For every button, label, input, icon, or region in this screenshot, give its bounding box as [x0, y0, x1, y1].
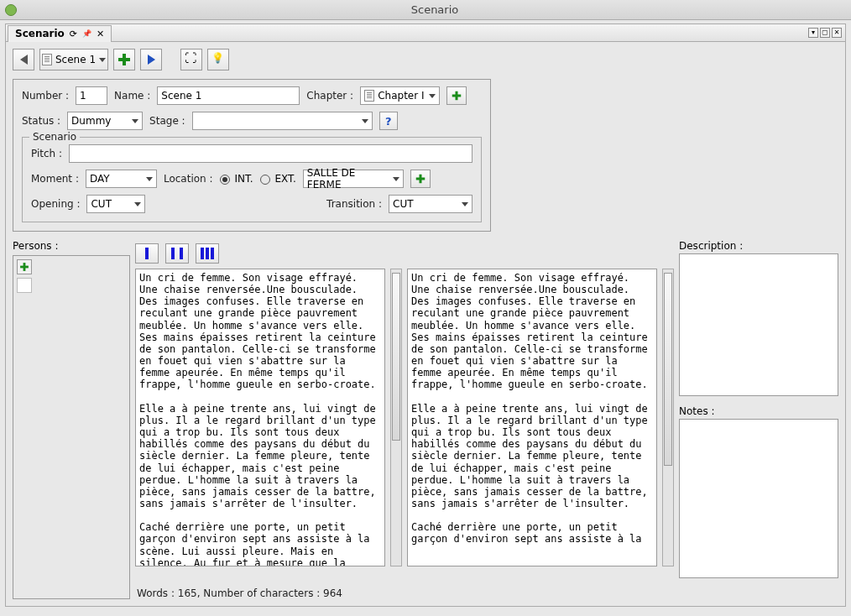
chevron-down-icon: [146, 177, 153, 181]
scene-selector[interactable]: Scene 1: [39, 49, 108, 70]
radio-checked-icon: [220, 175, 230, 185]
document-icon: [364, 90, 374, 102]
play-icon: [148, 55, 155, 65]
transition-label: Transition :: [326, 198, 382, 210]
tab-maximize-icon[interactable]: ▢: [820, 28, 830, 38]
scroll-thumb[interactable]: [664, 273, 672, 466]
pin-icon[interactable]: 📌: [82, 29, 91, 38]
layout-two-column-button[interactable]: [165, 243, 189, 264]
chevron-down-icon: [99, 58, 106, 62]
chevron-down-icon: [134, 202, 141, 206]
number-label: Number :: [22, 90, 69, 102]
pitch-label: Pitch :: [31, 148, 62, 159]
pitch-input[interactable]: [69, 144, 472, 163]
scrollbar-right[interactable]: [662, 269, 674, 566]
window-close-button[interactable]: [5, 4, 17, 16]
window-titlebar: Scenario: [0, 0, 851, 20]
column-icon: [145, 248, 149, 259]
ext-label: EXT.: [274, 173, 295, 185]
status-label: Status :: [22, 115, 60, 127]
chapter-select[interactable]: Chapter I: [360, 86, 440, 105]
persons-panel: Persons :: [13, 240, 130, 599]
scene-form: Number : Name : Chapter : Chapter I Stat…: [13, 79, 491, 232]
opening-select[interactable]: CUT: [86, 195, 145, 213]
editor-column: Un cri de femme. Son visage effrayé. Une…: [135, 240, 674, 599]
person-slot-empty[interactable]: [17, 278, 32, 293]
chapter-value: Chapter I: [378, 90, 424, 102]
notes-textarea[interactable]: [679, 419, 838, 578]
tab-title: Scenario: [15, 28, 65, 39]
chevron-down-icon: [362, 119, 368, 123]
editor-status: Words : 165, Number of characters : 964: [135, 584, 674, 599]
fullscreen-icon: [185, 54, 197, 65]
tab-close-icon[interactable]: ✕: [97, 29, 104, 39]
add-location-button[interactable]: [410, 170, 431, 188]
scroll-thumb[interactable]: [392, 273, 400, 441]
scrollbar-left[interactable]: [390, 269, 402, 566]
editor-right-pane[interactable]: Un cri de femme. Son visage effrayé. Une…: [407, 269, 657, 566]
editor-left-pane[interactable]: Un cri de femme. Son visage effrayé. Une…: [135, 269, 385, 566]
int-label: INT.: [234, 173, 253, 185]
description-label: Description :: [679, 240, 838, 252]
tab-minimize-icon[interactable]: ▾: [808, 28, 818, 38]
stage-select[interactable]: [192, 112, 373, 130]
location-label: Location :: [164, 173, 213, 185]
location-select[interactable]: SALLE DE FERME: [303, 170, 404, 188]
add-scene-button[interactable]: [113, 49, 135, 70]
chevron-down-icon: [429, 94, 436, 98]
fullscreen-button[interactable]: [180, 49, 202, 70]
tab-scenario[interactable]: Scenario ⟳ 📌 ✕: [8, 25, 112, 42]
plus-icon: [416, 175, 426, 184]
opening-value: CUT: [91, 198, 112, 210]
plus-icon: [20, 263, 29, 271]
column-icon: [206, 248, 209, 259]
column-icon: [201, 248, 204, 259]
plus-icon: [452, 91, 462, 101]
editor-layout-toolbar: [135, 240, 674, 269]
layout-one-column-button[interactable]: [135, 243, 159, 264]
name-input[interactable]: [157, 86, 300, 105]
radio-icon: [260, 175, 270, 185]
add-chapter-button[interactable]: [446, 86, 467, 105]
stage-help-button[interactable]: [379, 112, 398, 130]
right-column: Description : Notes :: [679, 240, 838, 599]
description-textarea[interactable]: [679, 253, 838, 396]
plus-icon: [118, 54, 130, 65]
ext-radio[interactable]: EXT.: [260, 173, 296, 185]
name-label: Name :: [114, 90, 150, 102]
persons-label: Persons :: [13, 240, 130, 252]
stage-label: Stage :: [149, 115, 185, 127]
transition-select[interactable]: CUT: [389, 195, 472, 213]
reload-icon: ⟳: [70, 29, 77, 39]
help-icon: [385, 115, 392, 128]
layout-three-column-button[interactable]: [196, 243, 219, 264]
lower-area: Persons : Un cri de femme. Son visage ef…: [13, 240, 838, 599]
chevron-down-icon: [462, 202, 468, 206]
document-tab-bar: Scenario ⟳ 📌 ✕ ▾ ▢ ✕: [5, 23, 846, 42]
moment-value: DAY: [90, 173, 110, 185]
column-icon: [180, 248, 183, 259]
status-select[interactable]: Dummy: [67, 112, 143, 130]
chapter-label: Chapter :: [306, 90, 353, 102]
persons-list: [13, 255, 130, 599]
scenario-legend: Scenario: [29, 131, 80, 143]
transition-value: CUT: [393, 198, 414, 210]
int-radio[interactable]: INT.: [220, 173, 253, 185]
play-button[interactable]: [140, 49, 162, 70]
tab-close-window-icon[interactable]: ✕: [832, 28, 842, 38]
editor-split: Un cri de femme. Son visage effrayé. Une…: [135, 269, 674, 584]
chevron-down-icon: [393, 177, 399, 181]
add-person-button[interactable]: [17, 259, 32, 274]
opening-label: Opening :: [31, 198, 80, 210]
back-button[interactable]: [13, 49, 34, 70]
back-icon: [20, 55, 28, 65]
moment-label: Moment :: [31, 173, 79, 185]
number-input[interactable]: [76, 86, 107, 105]
bulb-icon: [212, 54, 224, 65]
idea-button[interactable]: [207, 49, 229, 70]
column-icon: [171, 248, 175, 259]
moment-select[interactable]: DAY: [86, 170, 157, 188]
tab-window-controls: ▾ ▢ ✕: [808, 28, 845, 38]
toolbar: Scene 1: [13, 49, 838, 70]
document-icon: [42, 54, 52, 65]
